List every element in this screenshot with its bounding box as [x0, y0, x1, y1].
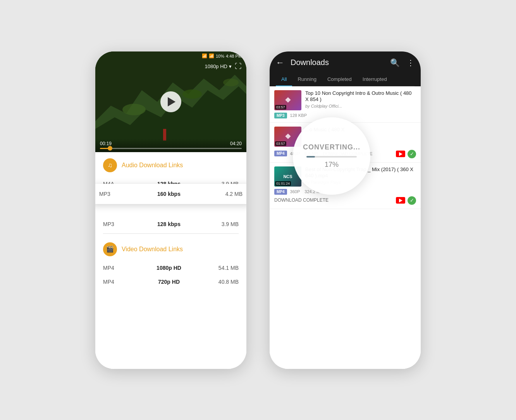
play-button[interactable] — [160, 91, 181, 112]
yt-play-icon — [399, 152, 402, 156]
battery-text: 10% — [216, 54, 224, 58]
audio-row-3[interactable]: MP3 128 kbps 3.9 MB — [95, 217, 246, 231]
thumb-logo-3: NCS — [283, 174, 292, 179]
wifi-icon: 📶 — [202, 53, 207, 58]
check-icon-2: ✓ — [408, 150, 416, 158]
resolution-text: 1080p HD — [205, 63, 227, 69]
svg-point-3 — [122, 104, 146, 115]
meta-text-1: 128 KBP — [290, 113, 416, 118]
format-badge-mp3: MP3 — [274, 113, 287, 118]
youtube-icon-2[interactable] — [396, 151, 405, 157]
audio-row-2[interactable]: MP3 160 kbps 4.2 MB — [95, 191, 246, 210]
item-actions-2: ✓ — [396, 150, 416, 158]
size-54-1: 54.1 MB — [208, 265, 239, 271]
video-row-1[interactable]: MP4 1080p HD 54.1 MB — [95, 261, 246, 275]
back-button[interactable]: ← — [276, 58, 284, 68]
meta-text-3: 360P 324.2 MB — [290, 189, 416, 194]
duration-3: 01:01:24 — [275, 181, 291, 186]
tab-completed[interactable]: Completed — [322, 72, 357, 86]
resolution-badge[interactable]: 1080p HD ▾ — [205, 63, 232, 69]
format-mp3-hl: MP3 — [99, 191, 126, 197]
toolbar-icons: 🔍 ⋮ — [390, 58, 415, 67]
yt-play-icon-3 — [399, 199, 402, 202]
thumb-logo-2: ❖ — [285, 132, 291, 141]
status-bar: 📶 📶 10% 4:48 PM — [95, 51, 246, 61]
video-player: 📶 📶 10% 4:48 PM 1080p HD ▾ ⛶ 00:19 — [95, 51, 246, 152]
progress-bar-area: 00:19 04:20 — [95, 139, 246, 152]
tab-all[interactable]: All — [276, 72, 292, 86]
quality-720p: 720p HD — [130, 279, 208, 285]
size-40-8: 40.8 MB — [208, 279, 239, 285]
status-text-3: DOWNLOAD COMPLETE — [274, 197, 393, 203]
app-toolbar: ← Downloads 🔍 ⋮ — [276, 58, 415, 72]
quality-1080p: 1080p HD — [130, 265, 208, 271]
audio-icon: ♫ — [103, 158, 117, 172]
tab-interrupted[interactable]: Interrupted — [357, 72, 392, 86]
item-author-1: by Coldplay Offici... — [305, 104, 416, 108]
app-title: Downloads — [291, 58, 390, 67]
highlighted-download-row[interactable]: MP3 160 kbps 4.2 MB — [95, 184, 246, 204]
app-header: ← Downloads 🔍 ⋮ All Running Completed In… — [270, 51, 421, 86]
svg-point-5 — [223, 79, 239, 86]
video-section-title: Video Download Links — [122, 246, 183, 253]
more-menu-icon[interactable]: ⋮ — [407, 58, 415, 67]
progress-track[interactable] — [100, 148, 242, 149]
format-mp3-2: MP3 — [103, 221, 130, 227]
download-section: ♫ Audio Download Links M4A 128 kbps 3.9 … — [95, 152, 246, 369]
youtube-icon-3[interactable] — [396, 197, 405, 204]
converting-progress-fill — [306, 156, 315, 158]
item-title-1: Top 10 Non Copyright Intro & Outro Music… — [305, 90, 416, 103]
size-3-9-2: 3.9 MB — [208, 221, 239, 227]
video-section-header: 🎬 Video Download Links — [95, 236, 246, 261]
format-mp4-2: MP4 — [103, 279, 130, 285]
fullscreen-icon[interactable]: ⛶ — [235, 62, 242, 70]
play-icon — [168, 97, 175, 106]
converting-progress-track — [306, 156, 357, 158]
search-icon[interactable]: 🔍 — [390, 58, 400, 67]
tab-running[interactable]: Running — [292, 72, 322, 86]
video-top-controls: 1080p HD ▾ ⛶ — [95, 62, 246, 70]
thumb-logo-1: ❖ — [285, 96, 291, 105]
video-row-2[interactable]: MP4 720p HD 40.8 MB — [95, 275, 246, 289]
quality-160: 160 kbps — [126, 191, 212, 197]
converting-text: CONVERTING... — [303, 143, 360, 151]
left-phone: 📶 📶 10% 4:48 PM 1080p HD ▾ ⛶ 00:19 — [95, 51, 246, 369]
time-total: 04:20 — [230, 141, 242, 146]
right-phone: ← Downloads 🔍 ⋮ All Running Completed In… — [270, 51, 421, 369]
quality-128-2: 128 kbps — [130, 221, 208, 227]
converting-overlay: CONVERTING... 17% — [293, 117, 370, 195]
format-badge-mp4-1: MP4 — [274, 151, 287, 156]
format-mp4-1: MP4 — [103, 265, 130, 271]
progress-thumb — [108, 146, 112, 151]
duration-1: 03:57 — [275, 105, 286, 110]
converting-percent: 17% — [325, 161, 339, 169]
format-badge-mp4-2: MP4 — [274, 189, 287, 195]
thumbnail-1: ❖ 03:57 — [274, 90, 301, 110]
time-current: 00:19 — [100, 141, 112, 146]
size-4-2: 4.2 MB — [212, 191, 243, 197]
item-meta-1: MP3 128 KBP — [274, 113, 416, 118]
time-text: 4:48 PM — [226, 54, 242, 58]
tabs-row: All Running Completed Interrupted — [276, 72, 415, 86]
check-icon-3: ✓ — [408, 196, 416, 205]
audio-section-title: Audio Download Links — [122, 162, 183, 169]
video-icon: 🎬 — [103, 242, 117, 256]
chevron-down-icon: ▾ — [229, 63, 232, 69]
download-item-1[interactable]: ❖ 03:57 Top 10 Non Copyright Intro & Out… — [270, 86, 421, 123]
svg-point-4 — [182, 89, 202, 99]
section-divider — [103, 233, 239, 234]
item-info-1: Top 10 Non Copyright Intro & Outro Music… — [305, 90, 416, 109]
signal-icon: 📶 — [209, 53, 214, 58]
item-actions-3: ✓ — [396, 196, 416, 205]
audio-section-header: ♫ Audio Download Links — [95, 152, 246, 177]
downloads-list: ❖ 03:57 Top 10 Non Copyright Intro & Out… — [270, 86, 421, 369]
duration-2: 03:57 — [275, 141, 286, 146]
item-status-3: DOWNLOAD COMPLETE ✓ — [274, 195, 416, 205]
